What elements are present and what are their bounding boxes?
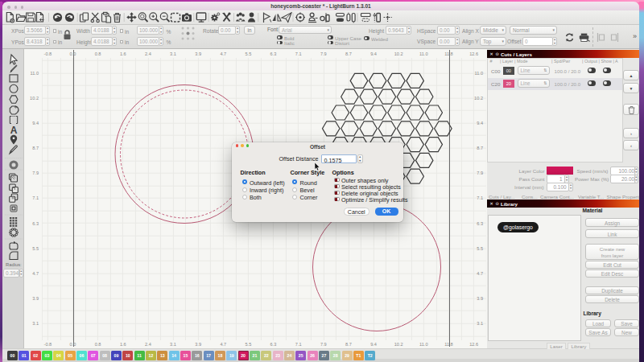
svg-text:A: A — [10, 125, 18, 136]
